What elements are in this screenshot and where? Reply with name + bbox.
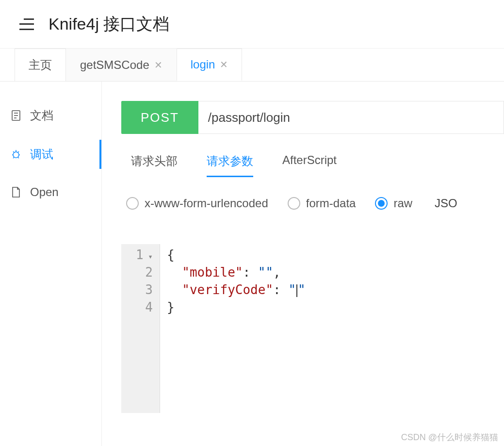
radio-form-data[interactable]: form-data <box>288 197 356 210</box>
tab-home[interactable]: 主页 <box>15 49 66 81</box>
app-header: Knife4j 接口文档 <box>0 0 504 49</box>
sidebar-item-label: 调试 <box>30 147 53 162</box>
main-panel: POST /passport/login 请求头部 请求参数 AfterScri… <box>102 82 504 446</box>
tab-label: login <box>191 58 215 71</box>
request-line: POST /passport/login <box>121 101 504 134</box>
bug-icon <box>11 149 21 160</box>
radio-label: x-www-form-urlencoded <box>145 197 268 210</box>
tab-label: 主页 <box>29 57 52 73</box>
sidebar-item-label: Open <box>30 185 59 199</box>
tab-getsmscode[interactable]: getSMSCode ✕ <box>66 49 177 81</box>
svg-line-10 <box>13 157 14 158</box>
svg-point-4 <box>13 152 19 158</box>
subtab-params[interactable]: 请求参数 <box>207 153 253 177</box>
radio-label: form-data <box>306 197 356 210</box>
subtab-afterscript[interactable]: AfterScript <box>282 153 337 177</box>
editor-gutter: 1 2 3 4 <box>121 244 160 413</box>
request-path-text: /passport/login <box>208 110 290 125</box>
body-format-label[interactable]: JSO <box>435 197 457 210</box>
line-number: 2 <box>136 264 153 281</box>
code-text: : <box>273 282 288 297</box>
svg-line-9 <box>18 151 19 152</box>
code-text: , <box>273 265 281 280</box>
body: 文档 调试 Open POST /passport/login 请求头部 请求参… <box>0 82 504 446</box>
sidebar: 文档 调试 Open <box>0 82 102 446</box>
radio-label: raw <box>393 197 412 210</box>
code-value: " <box>288 282 296 297</box>
radio-icon <box>375 197 388 210</box>
request-subtabs: 请求头部 请求参数 AfterScript <box>121 153 504 177</box>
code-key: "mobile" <box>182 265 243 280</box>
tab-login[interactable]: login ✕ <box>177 49 243 81</box>
line-number: 4 <box>136 298 153 316</box>
code-key: "verifyCode" <box>182 282 273 297</box>
svg-line-8 <box>13 151 14 152</box>
sidebar-item-debug[interactable]: 调试 <box>0 135 101 174</box>
radio-icon <box>126 197 139 210</box>
line-number: 3 <box>136 281 153 298</box>
code-value: "" <box>258 265 273 280</box>
document-icon <box>11 110 21 121</box>
close-icon[interactable]: ✕ <box>220 59 228 70</box>
line-number: 1 <box>136 246 153 264</box>
request-path-input[interactable]: /passport/login <box>198 101 504 134</box>
radio-raw[interactable]: raw <box>375 197 412 210</box>
svg-line-11 <box>18 157 19 158</box>
tab-label: getSMSCode <box>80 58 149 72</box>
file-icon <box>11 187 21 198</box>
body-type-radios: x-www-form-urlencoded form-data raw JSO <box>121 197 504 210</box>
page-tabs: 主页 getSMSCode ✕ login ✕ <box>0 49 504 82</box>
code-text: { <box>167 248 175 262</box>
sidebar-item-label: 文档 <box>30 108 53 123</box>
code-text: } <box>167 300 175 314</box>
http-method-badge[interactable]: POST <box>121 101 198 134</box>
radio-icon <box>288 197 300 210</box>
text-cursor <box>296 284 297 297</box>
json-editor[interactable]: 1 2 3 4 { "mobile": "", "verifyCode": ""… <box>121 244 504 413</box>
app-title: Knife4j 接口文档 <box>49 13 169 35</box>
subtab-headers[interactable]: 请求头部 <box>131 153 178 177</box>
sidebar-item-open[interactable]: Open <box>0 174 101 211</box>
watermark: CSDN @什么时候养猫猫 <box>401 431 498 443</box>
sidebar-item-doc[interactable]: 文档 <box>0 96 101 135</box>
code-text: : <box>243 265 258 280</box>
close-icon[interactable]: ✕ <box>154 59 163 71</box>
radio-form-urlencoded[interactable]: x-www-form-urlencoded <box>126 197 268 210</box>
menu-toggle-icon[interactable] <box>19 18 34 30</box>
code-value: " <box>298 282 306 297</box>
editor-code[interactable]: { "mobile": "", "verifyCode": "" } <box>160 244 504 413</box>
